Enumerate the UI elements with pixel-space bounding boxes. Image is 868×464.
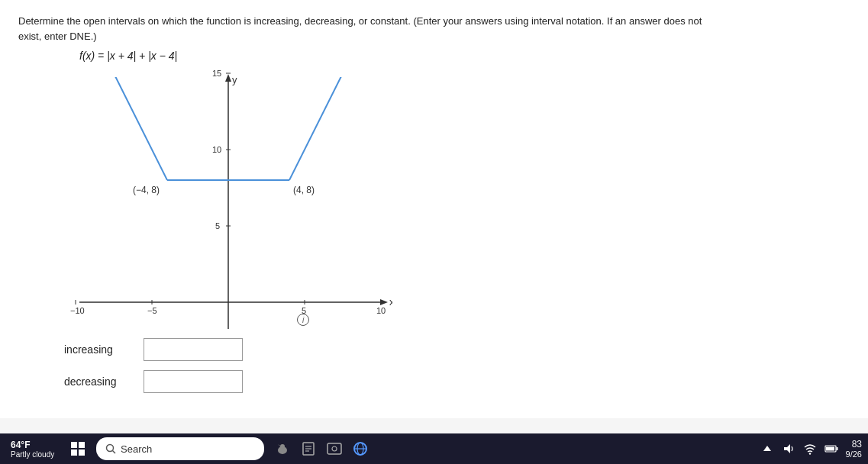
svg-text:10: 10: [376, 306, 386, 315]
svg-text:−10: −10: [70, 306, 85, 315]
show-hidden-icons[interactable]: [759, 440, 776, 457]
taskbar-file-icon[interactable]: [298, 438, 319, 459]
decreasing-row: decreasing: [64, 370, 243, 393]
svg-rect-31: [79, 442, 85, 448]
taskbar: 64°F Partly cloudy Search: [0, 433, 868, 464]
svg-point-34: [107, 445, 114, 452]
taskbar-weather: 64°F Partly cloudy: [6, 440, 60, 459]
svg-text:(4, 8): (4, 8): [293, 185, 315, 195]
taskbar-search-bar[interactable]: Search: [96, 437, 264, 460]
start-button[interactable]: [66, 437, 90, 461]
svg-rect-30: [71, 442, 77, 448]
taskbar-browser-icon[interactable]: [350, 438, 371, 459]
taskbar-photo-icon[interactable]: [324, 438, 345, 459]
system-date: 9/26: [846, 450, 862, 459]
battery-icon[interactable]: [823, 440, 840, 457]
search-label: Search: [121, 443, 152, 455]
taskbar-app-icons: [272, 438, 371, 459]
graph-svg: y x −10 −5 5 10 5 10: [64, 69, 392, 344]
main-content: Determine the open intervals on which th…: [0, 0, 868, 418]
svg-line-35: [113, 451, 116, 454]
search-icon: [105, 443, 116, 454]
increasing-input[interactable]: [144, 338, 243, 361]
function-expression: f(x) = |x + 4| + |x − 4|: [79, 50, 177, 62]
wifi-icon[interactable]: [802, 440, 818, 457]
graph-area: y x −10 −5 5 10 5 10: [64, 69, 850, 402]
problem-instruction: Determine the open intervals on which th…: [18, 14, 705, 44]
info-icon[interactable]: i: [297, 314, 309, 326]
svg-rect-52: [826, 447, 834, 451]
speaker-icon[interactable]: [780, 440, 797, 457]
svg-rect-43: [328, 443, 341, 454]
answer-section: increasing decreasing: [64, 338, 243, 402]
svg-rect-32: [71, 450, 77, 456]
svg-rect-33: [79, 450, 85, 456]
function-label: f(x) = |x + 4| + |x − 4|: [79, 50, 850, 62]
svg-text:y: y: [232, 74, 237, 85]
system-icons: [759, 440, 840, 457]
svg-point-44: [332, 446, 337, 451]
svg-text:10: 10: [212, 145, 221, 154]
system-time: 83: [852, 439, 862, 450]
svg-text:5: 5: [215, 221, 220, 230]
svg-point-37: [280, 444, 285, 449]
svg-point-50: [808, 453, 810, 454]
taskbar-bird-icon[interactable]: [272, 438, 293, 459]
decreasing-label: decreasing: [64, 375, 133, 388]
decreasing-input[interactable]: [144, 370, 243, 393]
svg-marker-48: [763, 446, 771, 451]
svg-text:(−4, 8): (−4, 8): [133, 185, 160, 195]
taskbar-right: 83 9/26: [759, 439, 862, 459]
increasing-label: increasing: [64, 343, 133, 356]
time-block[interactable]: 83 9/26: [846, 439, 862, 459]
weather-temp: 64°F: [11, 440, 30, 450]
svg-text:x: x: [389, 296, 392, 308]
svg-marker-49: [784, 444, 790, 453]
svg-text:−5: −5: [147, 306, 157, 315]
svg-rect-53: [836, 447, 837, 450]
svg-text:15: 15: [212, 69, 221, 78]
increasing-row: increasing: [64, 338, 243, 361]
weather-condition: Partly cloudy: [11, 450, 54, 459]
